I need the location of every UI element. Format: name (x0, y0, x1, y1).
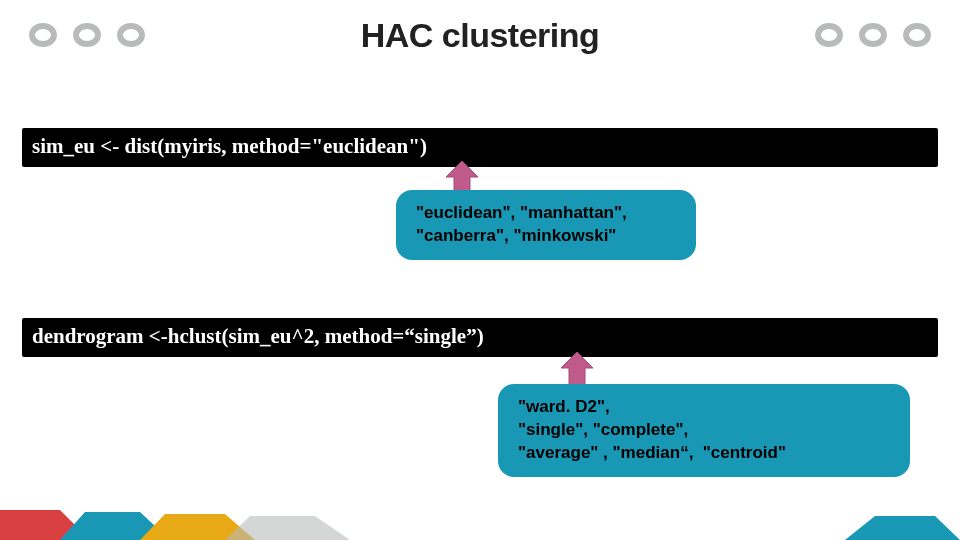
slide-title: HAC clustering (361, 16, 600, 55)
svg-point-3 (818, 26, 840, 44)
svg-marker-7 (60, 512, 170, 540)
o-icon (902, 20, 932, 50)
o-icon (814, 20, 844, 50)
svg-point-2 (120, 26, 142, 44)
o-icon (858, 20, 888, 50)
slide: HAC clustering sim_eu <- dist(myiris, me… (0, 0, 960, 540)
svg-point-5 (906, 26, 928, 44)
svg-point-4 (862, 26, 884, 44)
callout-dist-methods: "euclidean", "manhattan", "canberra", "m… (396, 190, 696, 260)
svg-point-0 (32, 26, 54, 44)
svg-marker-8 (140, 514, 255, 540)
svg-point-1 (76, 26, 98, 44)
svg-marker-6 (0, 510, 90, 540)
title-row: HAC clustering (0, 0, 960, 64)
decor-ooo-left (28, 20, 146, 50)
o-icon (116, 20, 146, 50)
decor-ooo-right (814, 20, 932, 50)
footer-decor (0, 500, 960, 540)
o-icon (28, 20, 58, 50)
code-line-hclust: dendrogram <-hclust(sim_eu^2, method=“si… (22, 318, 938, 357)
callout-hclust-methods: "ward. D2", "single", "complete", "avera… (498, 384, 910, 477)
svg-marker-10 (845, 516, 960, 540)
o-icon (72, 20, 102, 50)
svg-marker-9 (225, 516, 350, 540)
